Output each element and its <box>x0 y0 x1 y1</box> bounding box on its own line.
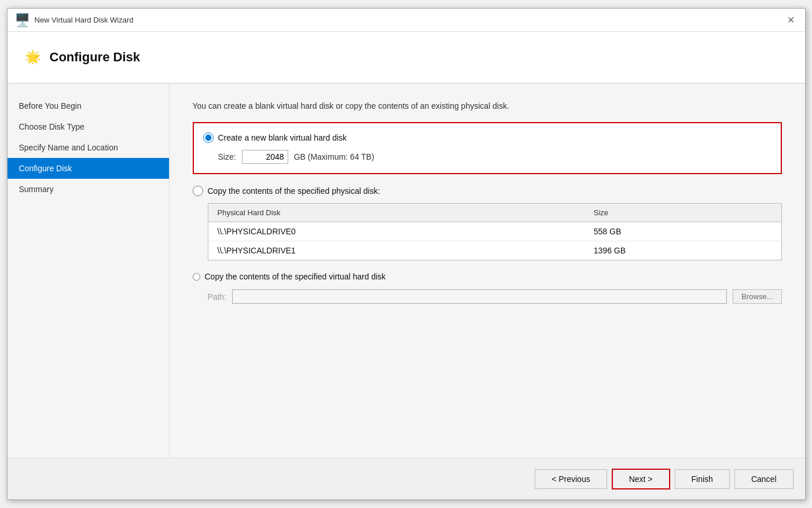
copy-vhd-radio-row: Copy the contents of the specified virtu… <box>193 272 782 281</box>
copy-vhd-label[interactable]: Copy the contents of the specified virtu… <box>205 272 386 281</box>
main-content: You can create a blank virtual hard disk… <box>170 84 805 458</box>
path-input[interactable] <box>232 289 727 304</box>
finish-button[interactable]: Finish <box>675 469 730 489</box>
sidebar-item-summary[interactable]: Summary <box>8 179 169 200</box>
previous-button[interactable]: < Previous <box>535 469 607 489</box>
disk-name-1: \\.\PHYSICALDRIVE1 <box>208 241 585 260</box>
col-size-header: Size <box>585 204 781 222</box>
copy-physical-label[interactable]: Copy the contents of the specified physi… <box>208 186 380 196</box>
table-row[interactable]: \\.\PHYSICALDRIVE1 1396 GB <box>208 241 781 260</box>
size-unit: GB (Maximum: 64 TB) <box>294 152 374 161</box>
next-button[interactable]: Next > <box>612 469 670 489</box>
title-bar: 🖥️ New Virtual Hard Disk Wizard ✕ <box>8 9 805 32</box>
window-icon: 🖥️ <box>14 13 30 28</box>
col-disk-header: Physical Hard Disk <box>208 204 585 222</box>
disk-name-0: \\.\PHYSICALDRIVE0 <box>208 222 585 241</box>
copy-physical-section: Copy the contents of the specified physi… <box>193 186 782 260</box>
size-input[interactable] <box>242 150 288 164</box>
content-area: Before You Begin Choose Disk Type Specif… <box>8 84 805 458</box>
copy-vhd-radio[interactable] <box>193 273 200 281</box>
wizard-window: 🖥️ New Virtual Hard Disk Wizard ✕ 🌟 Conf… <box>7 8 806 500</box>
create-blank-disk-option-box: Create a new blank virtual hard disk Siz… <box>193 122 782 174</box>
header-icon: 🌟 <box>25 50 41 65</box>
path-row: Path: Browse... <box>208 289 782 304</box>
page-title: Configure Disk <box>50 50 140 65</box>
create-blank-radio-row: Create a new blank virtual hard disk <box>203 132 771 143</box>
window-title: New Virtual Hard Disk Wizard <box>35 16 134 24</box>
sidebar-item-configure-disk[interactable]: Configure Disk <box>8 158 169 179</box>
sidebar: Before You Begin Choose Disk Type Specif… <box>8 84 170 458</box>
description-text: You can create a blank virtual hard disk… <box>193 101 782 111</box>
copy-vhd-section: Copy the contents of the specified virtu… <box>193 272 782 304</box>
sidebar-item-choose-disk-type[interactable]: Choose Disk Type <box>8 116 169 137</box>
create-blank-label[interactable]: Create a new blank virtual hard disk <box>218 133 347 142</box>
copy-physical-radio-row: Copy the contents of the specified physi… <box>193 186 782 196</box>
table-row[interactable]: \\.\PHYSICALDRIVE0 558 GB <box>208 222 781 241</box>
size-label: Size: <box>218 152 236 161</box>
sidebar-item-specify-name-location[interactable]: Specify Name and Location <box>8 137 169 158</box>
sidebar-item-before-you-begin[interactable]: Before You Begin <box>8 95 169 116</box>
disk-size-1: 1396 GB <box>585 241 781 260</box>
browse-button[interactable]: Browse... <box>733 289 781 304</box>
physical-disk-table: Physical Hard Disk Size \\.\PHYSICALDRIV… <box>208 203 782 260</box>
page-header: 🌟 Configure Disk <box>8 32 805 84</box>
path-label: Path: <box>208 292 227 301</box>
close-button[interactable]: ✕ <box>784 13 798 27</box>
create-blank-radio[interactable] <box>203 132 214 143</box>
cancel-button[interactable]: Cancel <box>734 469 793 489</box>
disk-size-0: 558 GB <box>585 222 781 241</box>
title-bar-left: 🖥️ New Virtual Hard Disk Wizard <box>14 13 134 28</box>
size-row: Size: GB (Maximum: 64 TB) <box>218 150 771 164</box>
footer: < Previous Next > Finish Cancel <box>8 458 805 499</box>
copy-physical-radio[interactable] <box>193 186 203 196</box>
